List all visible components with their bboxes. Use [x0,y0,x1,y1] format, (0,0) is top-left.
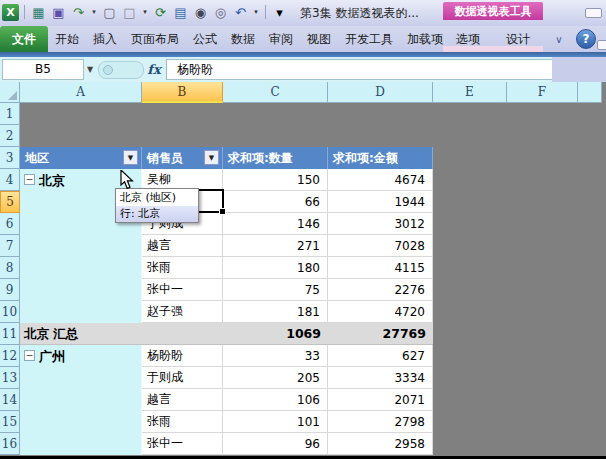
tab-页面布局[interactable]: 页面布局 [124,26,186,52]
pivot-header-求和项:数量[interactable]: 求和项:数量 [223,147,328,169]
pivot-qty-cell[interactable]: 106 [223,389,328,411]
pivot-amount-cell[interactable]: 2276 [328,279,433,301]
pivot-qty-cell[interactable]: 181 [223,301,328,323]
fill-handle[interactable] [219,208,226,215]
pivot-subtotal-row[interactable]: 北京 汇总106927769 [20,323,433,345]
tab-设计[interactable]: 设计 [499,26,537,52]
pivot-region-cell[interactable] [20,367,142,389]
pivot-region-cell[interactable] [20,257,142,279]
tab-审阅[interactable]: 审阅 [262,26,300,52]
pivot-salesperson-cell[interactable]: 杨盼盼 [142,345,223,367]
pivot-salesperson-cell[interactable]: 张雨 [142,257,223,279]
group-collapse-button[interactable]: − [24,350,35,361]
pivot-amount-cell[interactable]: 4674 [328,169,433,191]
dropdown-arrow-icon[interactable]: ▾ [252,8,260,16]
row-header-1[interactable]: 1 [0,103,20,125]
pivot-qty-cell[interactable]: 205 [223,367,328,389]
pivot-amount-cell[interactable]: 4720 [328,301,433,323]
help-icon[interactable]: ? [576,29,596,49]
column-header-A[interactable]: A [20,82,142,103]
tab-开始[interactable]: 开始 [48,26,86,52]
column-header-partial[interactable] [578,82,602,103]
row-header-10[interactable]: 10 [0,301,20,323]
row-header-15[interactable]: 15 [0,411,20,433]
pivot-salesperson-cell[interactable]: 赵子强 [142,301,223,323]
redo-icon[interactable]: ↷ [70,4,87,21]
formula-input[interactable]: 杨盼盼 [167,59,562,80]
column-header-E[interactable]: E [433,82,507,103]
pivot-qty-cell[interactable]: 66 [223,191,328,213]
tab-公式[interactable]: 公式 [186,26,224,52]
tab-file[interactable]: 文件 [0,26,48,52]
pivot-qty-cell[interactable]: 33 [223,345,328,367]
undo-icon[interactable]: ↶ [232,4,249,21]
pivot-salesperson-cell[interactable]: 越言 [142,235,223,257]
pivot-region-cell[interactable] [20,433,142,455]
column-header-D[interactable]: D [328,82,433,103]
row-header-14[interactable]: 14 [0,389,20,411]
select-all-corner[interactable] [0,82,20,103]
restore-window-button[interactable] [597,40,606,50]
pivot-qty-cell[interactable]: 180 [223,257,328,279]
row-header-12[interactable]: 12 [0,345,20,367]
qat-overflow-icon[interactable]: ▾ [271,4,288,21]
pivot-salesperson-cell[interactable]: 张中一 [142,433,223,455]
dropdown-arrow-icon[interactable]: ▾ [90,8,98,16]
row-header-6[interactable]: 6 [0,213,20,235]
print-preview-icon[interactable]: ◎ [212,4,229,21]
pivot-amount-cell[interactable]: 2071 [328,389,433,411]
form-grid-icon[interactable]: ▦ [30,4,47,21]
refresh-all-icon[interactable]: ⟳ [152,4,169,21]
group-collapse-button[interactable]: − [24,174,35,185]
minimize-ribbon-icon[interactable]: ∨ [550,30,568,48]
pivot-qty-cell[interactable]: 146 [223,213,328,235]
insert-function-icon[interactable]: fx [144,60,164,79]
pivot-qty-cell[interactable]: 150 [223,169,328,191]
save-icon[interactable]: ▣ [50,4,67,21]
pivot-amount-cell[interactable]: 2798 [328,411,433,433]
row-header-4[interactable]: 4 [0,169,20,191]
pivot-qty-cell[interactable]: 96 [223,433,328,455]
pivot-region-cell[interactable] [20,411,142,433]
name-box[interactable]: B5 [2,59,84,80]
row-header-7[interactable]: 7 [0,235,20,257]
dropdown-arrow-icon[interactable]: ▾ [141,8,149,16]
pivot-region-cell[interactable] [20,301,142,323]
tab-视图[interactable]: 视图 [300,26,338,52]
shape-fill-icon[interactable]: □ [121,4,138,21]
row-header-16[interactable]: 16 [0,433,20,455]
pivot-qty-cell[interactable]: 101 [223,411,328,433]
row-header-2[interactable]: 2 [0,125,20,147]
excel-logo[interactable]: X [2,4,19,21]
pivot-region-cell[interactable]: −广州 [20,345,142,367]
new-document-icon[interactable]: ▢ [101,4,118,21]
row-header-11[interactable]: 11 [0,323,20,345]
pivot-amount-cell[interactable]: 2958 [328,433,433,455]
row-header-9[interactable]: 9 [0,279,20,301]
pivot-amount-cell[interactable]: 3012 [328,213,433,235]
minimize-window-button[interactable] [585,8,602,18]
find-icon[interactable]: ◉ [192,4,209,21]
pivot-region-cell[interactable] [20,389,142,411]
pivot-header-求和项:金额[interactable]: 求和项:金额 [328,147,433,169]
row-header-3[interactable]: 3 [0,147,20,169]
pivot-amount-cell[interactable]: 627 [328,345,433,367]
pivot-qty-cell[interactable]: 271 [223,235,328,257]
tab-插入[interactable]: 插入 [86,26,124,52]
row-header-8[interactable]: 8 [0,257,20,279]
row-header-13[interactable]: 13 [0,367,20,389]
pivot-salesperson-cell[interactable]: 张雨 [142,411,223,433]
pivot-salesperson-cell[interactable]: 于则成 [142,367,223,389]
name-box-dropdown-icon[interactable]: ▼ [84,61,96,77]
region-filter-dropdown[interactable]: ▼ [123,150,138,165]
pivot-amount-cell[interactable]: 1944 [328,191,433,213]
pivot-qty-cell[interactable]: 75 [223,279,328,301]
tab-选项[interactable]: 选项 [449,26,487,52]
pivot-region-cell[interactable] [20,279,142,301]
tab-数据[interactable]: 数据 [224,26,262,52]
salesperson-filter-dropdown[interactable]: ▼ [204,150,219,165]
column-header-B[interactable]: B [142,82,223,103]
pivot-salesperson-cell[interactable]: 越言 [142,389,223,411]
pivot-amount-cell[interactable]: 3334 [328,367,433,389]
pivot-salesperson-cell[interactable]: 张中一 [142,279,223,301]
